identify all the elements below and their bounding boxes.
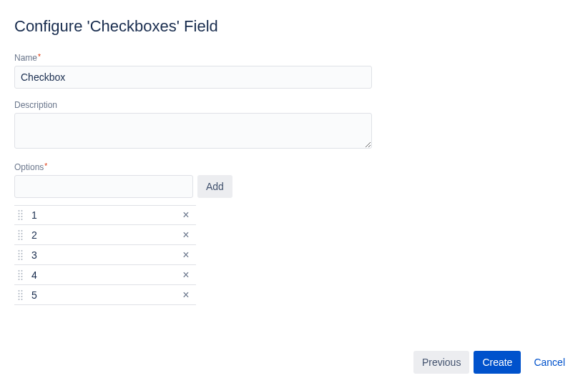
name-label-text: Name: [14, 53, 37, 63]
svg-point-14: [19, 239, 20, 240]
svg-point-4: [19, 216, 20, 217]
option-label: 2: [26, 229, 179, 241]
options-label-text: Options: [14, 162, 44, 172]
option-row: 4×: [14, 265, 196, 285]
required-asterisk-icon: *: [38, 53, 41, 61]
svg-point-31: [21, 279, 23, 280]
svg-point-19: [21, 253, 23, 254]
svg-point-18: [19, 253, 20, 254]
svg-point-35: [21, 293, 23, 294]
name-input[interactable]: [14, 66, 372, 89]
svg-point-3: [21, 213, 23, 214]
svg-point-26: [19, 273, 20, 274]
svg-point-29: [21, 276, 23, 277]
page-title: Configure 'Checkboxes' Field: [14, 17, 574, 36]
option-label: 5: [26, 289, 179, 301]
svg-point-27: [21, 273, 23, 274]
remove-option-icon[interactable]: ×: [179, 248, 193, 262]
svg-point-38: [19, 299, 20, 300]
dialog-footer: Previous Create Cancel: [413, 351, 574, 374]
name-label: Name*: [14, 53, 574, 63]
option-label: 3: [26, 249, 179, 261]
svg-point-28: [19, 276, 20, 277]
svg-point-23: [21, 259, 23, 260]
previous-button[interactable]: Previous: [413, 351, 469, 374]
svg-point-20: [19, 256, 20, 257]
options-label: Options*: [14, 162, 574, 172]
cancel-button[interactable]: Cancel: [525, 351, 574, 374]
svg-point-9: [21, 230, 23, 232]
svg-point-13: [21, 236, 23, 237]
svg-point-12: [19, 236, 20, 237]
svg-point-5: [21, 216, 23, 217]
create-button[interactable]: Create: [474, 351, 521, 374]
svg-point-33: [21, 290, 23, 292]
option-label: 4: [26, 269, 179, 281]
svg-point-2: [19, 213, 20, 214]
remove-option-icon[interactable]: ×: [179, 208, 193, 222]
option-label: 1: [26, 209, 179, 221]
svg-point-15: [21, 239, 23, 240]
option-row: 1×: [14, 205, 196, 225]
option-row: 3×: [14, 245, 196, 265]
options-add-row: Add: [14, 175, 574, 198]
svg-point-8: [19, 230, 20, 232]
svg-point-32: [19, 290, 20, 292]
option-row: 5×: [14, 285, 196, 305]
svg-point-0: [19, 210, 20, 212]
required-asterisk-icon: *: [44, 162, 47, 170]
svg-point-39: [21, 299, 23, 300]
svg-point-24: [19, 270, 20, 272]
svg-point-36: [19, 296, 20, 297]
svg-point-17: [21, 250, 23, 252]
drag-handle-icon[interactable]: [16, 288, 26, 302]
add-option-button[interactable]: Add: [197, 175, 232, 198]
remove-option-icon[interactable]: ×: [179, 288, 193, 302]
svg-point-10: [19, 233, 20, 234]
svg-point-34: [19, 293, 20, 294]
description-label: Description: [14, 100, 574, 110]
svg-point-11: [21, 233, 23, 234]
drag-handle-icon[interactable]: [16, 228, 26, 242]
drag-handle-icon[interactable]: [16, 248, 26, 262]
svg-point-37: [21, 296, 23, 297]
drag-handle-icon[interactable]: [16, 268, 26, 282]
svg-point-6: [19, 219, 20, 220]
svg-point-22: [19, 259, 20, 260]
description-label-text: Description: [14, 100, 57, 110]
svg-point-7: [21, 219, 23, 220]
remove-option-icon[interactable]: ×: [179, 268, 193, 282]
svg-point-30: [19, 279, 20, 280]
description-field-group: Description: [14, 100, 574, 151]
description-textarea[interactable]: [14, 113, 372, 149]
svg-point-16: [19, 250, 20, 252]
option-input[interactable]: [14, 175, 193, 198]
svg-point-21: [21, 256, 23, 257]
options-field-group: Options* Add 1×2×3×4×5×: [14, 162, 574, 305]
option-row: 2×: [14, 225, 196, 245]
svg-point-25: [21, 270, 23, 272]
drag-handle-icon[interactable]: [16, 208, 26, 222]
name-field-group: Name*: [14, 53, 574, 89]
options-list: 1×2×3×4×5×: [14, 205, 196, 305]
remove-option-icon[interactable]: ×: [179, 228, 193, 242]
svg-point-1: [21, 210, 23, 212]
